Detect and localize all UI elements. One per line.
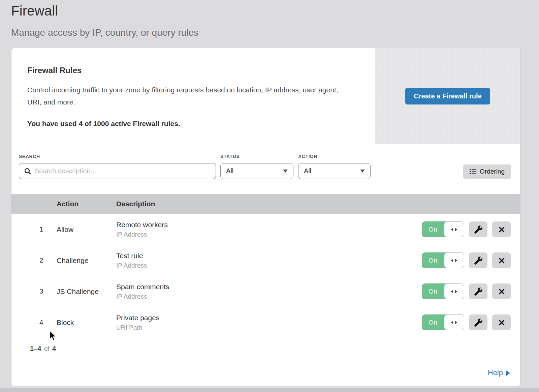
toggle-on-label: On (422, 314, 444, 330)
card-heading: Firewall Rules (27, 66, 355, 75)
pagination: 1–4 of 4 (11, 338, 520, 359)
action-select-value: All (304, 167, 311, 175)
chevron-down-icon (360, 170, 365, 173)
rule-action: Challenge (57, 257, 116, 265)
rule-description: Private pages (116, 314, 419, 322)
card-top-section: Firewall Rules Control incoming traffic … (11, 48, 520, 144)
rules-usage-text: You have used 4 of 1000 active Firewall … (27, 120, 355, 128)
rule-match-type: URI Path (116, 324, 419, 331)
ordering-button[interactable]: Ordering (463, 164, 511, 179)
edit-rule-button[interactable] (469, 314, 487, 330)
firewall-rules-card: Firewall Rules Control incoming traffic … (11, 48, 520, 386)
rule-description: Spam comments (116, 283, 419, 291)
toggle-on-label: On (422, 221, 444, 237)
delete-rule-button[interactable] (492, 283, 511, 299)
status-label: STATUS (220, 154, 293, 159)
status-select[interactable]: All (220, 163, 293, 179)
status-filter: STATUS All (220, 154, 293, 179)
edit-rule-button[interactable] (469, 252, 487, 268)
help-link-label: Help (488, 368, 503, 377)
filter-bar: SEARCH STATUS All ACTION (11, 144, 520, 194)
rule-enabled-toggle[interactable]: On (422, 283, 464, 299)
drag-arrows-icon (450, 320, 458, 325)
pagination-total: 4 (52, 345, 56, 353)
help-link[interactable]: Help (488, 368, 510, 377)
drag-arrows-icon (450, 289, 458, 294)
toggle-handle[interactable] (444, 252, 464, 268)
wrench-icon (474, 287, 483, 296)
wrench-icon (474, 318, 483, 327)
rule-match-type: IP Address (116, 293, 419, 300)
rule-controls: On (419, 283, 520, 299)
rule-controls: On (419, 252, 520, 268)
toggle-on-label: On (422, 283, 444, 299)
search-input-wrap[interactable] (19, 163, 216, 179)
rule-controls: On (419, 314, 520, 330)
drag-arrows-icon (450, 258, 458, 263)
create-rule-panel: Create a Firewall rule (375, 48, 520, 144)
table-header: Action Description (11, 194, 520, 214)
card-description: Control incoming traffic to your zone by… (27, 84, 347, 108)
card-intro: Firewall Rules Control incoming traffic … (11, 48, 375, 144)
rule-priority: 3 (11, 288, 57, 295)
table-row: 2 Challenge Test rule IP Address On (11, 245, 520, 276)
rule-action: Block (57, 319, 116, 327)
table-row: 4 Block Private pages URI Path On (11, 307, 520, 338)
wrench-icon (474, 225, 483, 234)
ordering-button-label: Ordering (480, 168, 505, 175)
search-input[interactable] (35, 167, 211, 175)
search-icon (24, 168, 31, 175)
rule-description-cell: Remote workers IP Address (116, 221, 419, 238)
arrow-right-icon (506, 370, 510, 376)
table-row: 1 Allow Remote workers IP Address On (11, 214, 520, 245)
delete-rule-button[interactable] (492, 221, 511, 237)
search-filter: SEARCH (19, 154, 216, 179)
rule-description-cell: Spam comments IP Address (116, 283, 419, 300)
firewall-page: Firewall Manage access by IP, country, o… (0, 0, 539, 386)
rule-action: Allow (57, 225, 116, 234)
toggle-handle[interactable] (444, 221, 464, 237)
status-select-value: All (226, 167, 233, 175)
close-icon (498, 319, 506, 327)
description-column-header: Description (116, 200, 419, 208)
list-icon (470, 169, 476, 175)
toggle-handle[interactable] (444, 314, 464, 330)
rule-priority: 4 (11, 319, 57, 326)
toggle-on-label: On (422, 252, 444, 268)
rule-description-cell: Private pages URI Path (116, 314, 419, 331)
edit-rule-button[interactable] (469, 221, 487, 237)
search-label: SEARCH (19, 154, 216, 159)
rule-enabled-toggle[interactable]: On (422, 314, 464, 330)
pagination-of: of (44, 345, 50, 353)
close-icon (498, 257, 506, 265)
rule-description: Test rule (116, 252, 419, 260)
rules-table: Action Description 1 Allow Remote worker… (11, 194, 520, 338)
rule-priority: 2 (11, 257, 57, 264)
create-firewall-rule-button[interactable]: Create a Firewall rule (405, 88, 490, 104)
delete-rule-button[interactable] (492, 314, 511, 330)
edit-rule-button[interactable] (469, 283, 487, 299)
page-title: Firewall (11, 3, 539, 19)
delete-rule-button[interactable] (492, 252, 511, 268)
table-row: 3 JS Challenge Spam comments IP Address … (11, 276, 520, 307)
close-icon (498, 288, 506, 296)
action-label: ACTION (298, 154, 371, 159)
rule-enabled-toggle[interactable]: On (422, 221, 464, 237)
rule-enabled-toggle[interactable]: On (422, 252, 464, 268)
action-select[interactable]: All (298, 163, 371, 179)
rule-description: Remote workers (116, 221, 419, 229)
page-subtitle: Manage access by IP, country, or query r… (11, 27, 539, 38)
action-column-header: Action (57, 200, 116, 208)
rule-action: JS Challenge (57, 288, 116, 296)
chevron-down-icon (283, 170, 288, 173)
action-filter: ACTION All (298, 154, 371, 179)
card-footer: Help (11, 359, 520, 386)
rule-description-cell: Test rule IP Address (116, 252, 419, 269)
rule-priority: 1 (11, 225, 57, 233)
pagination-range: 1–4 (30, 345, 41, 353)
drag-arrows-icon (450, 227, 458, 232)
rule-match-type: IP Address (116, 262, 419, 269)
rule-controls: On (419, 221, 520, 237)
rule-match-type: IP Address (116, 231, 419, 238)
toggle-handle[interactable] (444, 283, 464, 299)
